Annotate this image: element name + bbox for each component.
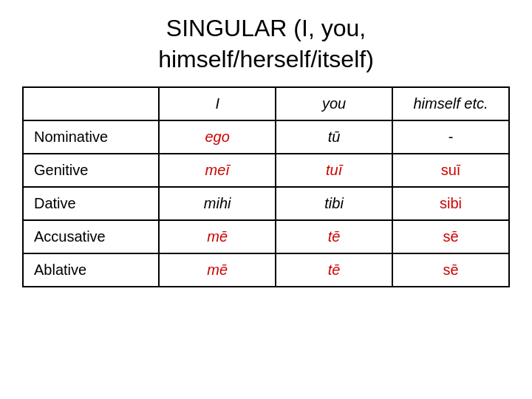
table-row: Nominativeegotū- <box>23 120 509 154</box>
row-col-i: meī <box>159 154 276 187</box>
table-row: Dativemihitibisibi <box>23 187 509 220</box>
table-header-row: I you himself etc. <box>23 87 509 120</box>
row-col-himself: suī <box>392 154 509 187</box>
row-col-himself: sibi <box>392 187 509 220</box>
row-case-label: Ablative <box>23 253 159 287</box>
table-row: Genitivemeītuīsuī <box>23 154 509 187</box>
page-title: SINGULAR (I, you, himself/herself/itself… <box>158 13 374 75</box>
latin-table-wrapper: I you himself etc. Nominativeegotū-Genit… <box>22 86 510 287</box>
row-col-i: mē <box>159 253 276 287</box>
row-case-label: Accusative <box>23 220 159 253</box>
row-case-label: Dative <box>23 187 159 220</box>
latin-pronouns-table: I you himself etc. Nominativeegotū-Genit… <box>22 86 510 287</box>
row-col-i: mihi <box>159 187 276 220</box>
row-case-label: Nominative <box>23 120 159 154</box>
row-col-you: tē <box>276 220 392 253</box>
row-col-i: mē <box>159 220 276 253</box>
row-col-you: tū <box>276 120 392 154</box>
header-you: you <box>276 87 392 120</box>
header-label <box>23 87 159 120</box>
row-col-you: tibi <box>276 187 392 220</box>
row-col-himself: sē <box>392 220 509 253</box>
table-row: Ablativemētēsē <box>23 253 509 287</box>
row-col-himself: - <box>392 120 509 154</box>
row-col-you: tuī <box>276 154 392 187</box>
row-col-you: tē <box>276 253 392 287</box>
row-col-himself: sē <box>392 253 509 287</box>
table-row: Accusativemētēsē <box>23 220 509 253</box>
header-himself: himself etc. <box>392 87 509 120</box>
row-case-label: Genitive <box>23 154 159 187</box>
row-col-i: ego <box>159 120 276 154</box>
header-i: I <box>159 87 276 120</box>
